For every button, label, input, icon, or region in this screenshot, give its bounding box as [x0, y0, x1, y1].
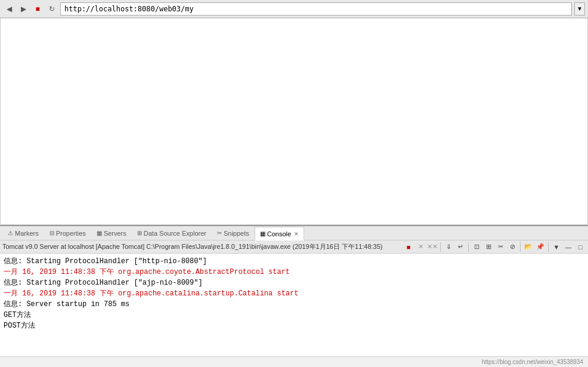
console-line: POST方法: [4, 320, 584, 331]
markers-icon: ⚠: [8, 230, 13, 236]
snippets-icon: ✂: [217, 230, 222, 236]
address-dropdown[interactable]: ▼: [574, 2, 585, 16]
console-close-icon[interactable]: ✕: [294, 231, 299, 237]
properties-icon: ⊟: [49, 230, 54, 236]
console-line: 一月 16, 2019 11:48:38 下午 org.apache.catal…: [4, 288, 584, 299]
tab-markers[interactable]: ⚠ Markers: [2, 226, 44, 240]
pin-button[interactable]: 📌: [535, 242, 546, 252]
tab-snippets-label: Snippets: [224, 230, 249, 237]
tab-servers[interactable]: ▦ Servers: [91, 226, 132, 240]
view-menu-button[interactable]: ▼: [551, 242, 562, 252]
separator-2: [468, 242, 469, 252]
console-line: 信息: Starting ProtocolHandler ["http-nio-…: [4, 256, 584, 267]
clear-button[interactable]: ⊘: [507, 242, 518, 252]
status-bar: https://blog.csdn.net/weixin_43538934: [0, 356, 588, 367]
console-icon: ▦: [260, 230, 265, 237]
datasource-icon: ⊞: [137, 230, 142, 236]
status-url: https://blog.csdn.net/weixin_43538934: [482, 359, 583, 365]
word-wrap-button[interactable]: ↵: [455, 242, 466, 252]
console-line: 信息: Starting ProtocolHandler ["ajp-nio-8…: [4, 277, 584, 288]
copy-button[interactable]: ⊡: [471, 242, 482, 252]
separator-4: [548, 242, 549, 252]
console-title: Tomcat v9.0 Server at localhost [Apache …: [2, 242, 402, 251]
tab-datasource[interactable]: ⊞ Data Source Explorer: [132, 226, 212, 240]
browser-content: [0, 18, 588, 225]
tab-servers-label: Servers: [104, 230, 126, 237]
tab-markers-label: Markers: [15, 230, 39, 237]
forward-button[interactable]: ▶: [17, 3, 29, 15]
minimize-button[interactable]: —: [563, 242, 574, 252]
disconnect-button[interactable]: ✕: [415, 242, 426, 252]
console-line: 信息: Server startup in 785 ms: [4, 299, 584, 310]
separator-3: [520, 242, 521, 252]
cut-button[interactable]: ✂: [495, 242, 506, 252]
back-button[interactable]: ◀: [3, 3, 15, 15]
stop-button[interactable]: ■: [32, 3, 44, 15]
tab-snippets[interactable]: ✂ Snippets: [212, 226, 255, 240]
open-file-button[interactable]: 📂: [523, 242, 534, 252]
tab-properties-label: Properties: [56, 230, 86, 237]
scroll-lock-button[interactable]: ⇓: [443, 242, 454, 252]
terminate-button[interactable]: ■: [403, 242, 414, 252]
maximize-button[interactable]: □: [575, 242, 586, 252]
remove-button[interactable]: ✕✕: [427, 242, 438, 252]
address-bar[interactable]: [60, 2, 572, 16]
tab-console[interactable]: ▦ Console ✕: [255, 227, 304, 240]
console-line: GET方法: [4, 310, 584, 320]
console-output: 信息: Starting ProtocolHandler ["http-nio-…: [0, 254, 588, 356]
servers-icon: ▦: [97, 230, 102, 236]
tab-datasource-label: Data Source Explorer: [144, 230, 206, 237]
refresh-button[interactable]: ↻: [46, 3, 58, 15]
separator-1: [440, 242, 441, 252]
browser-toolbar: ◀ ▶ ■ ↻ ▼: [0, 0, 588, 18]
tab-bar: ⚠ Markers ⊟ Properties ▦ Servers ⊞ Data …: [0, 226, 588, 240]
console-toolbar: Tomcat v9.0 Server at localhost [Apache …: [0, 240, 588, 254]
bottom-panel: ⚠ Markers ⊟ Properties ▦ Servers ⊞ Data …: [0, 225, 588, 356]
tab-console-label: Console: [267, 230, 291, 238]
paste-button[interactable]: ⊞: [483, 242, 494, 252]
console-line: 一月 16, 2019 11:48:38 下午 org.apache.coyot…: [4, 267, 584, 277]
tab-properties[interactable]: ⊟ Properties: [44, 226, 91, 240]
